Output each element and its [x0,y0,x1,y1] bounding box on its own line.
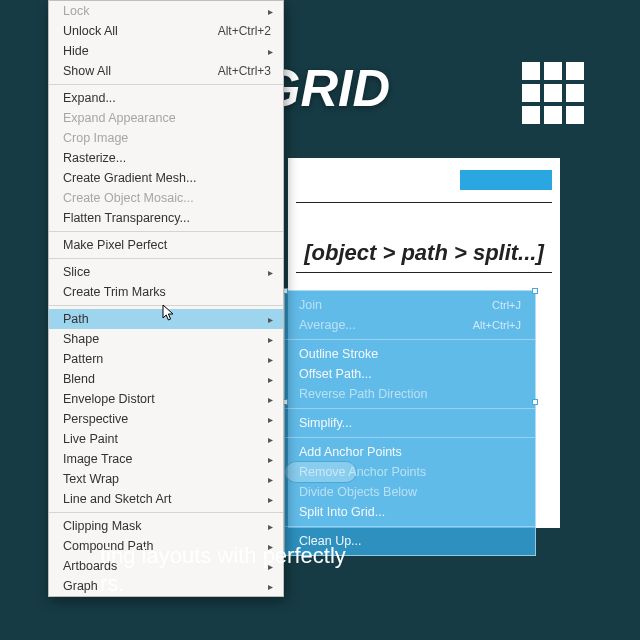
submenu-item-outline-stroke[interactable]: Outline Stroke [285,344,535,364]
submenu-item-label: Join [299,298,492,312]
menu-item-clipping-mask[interactable]: Clipping Mask▸ [49,516,283,536]
submenu-item-join: JoinCtrl+J [285,295,535,315]
chevron-right-icon: ▸ [268,394,273,405]
menu-item-pattern[interactable]: Pattern▸ [49,349,283,369]
submenu-item-label: Divide Objects Below [299,485,521,499]
menu-item-image-trace[interactable]: Image Trace▸ [49,449,283,469]
menu-item-label: Expand Appearance [63,111,271,125]
menu-item-create-gradient-mesh[interactable]: Create Gradient Mesh... [49,168,283,188]
submenu-item-divide-objects-below: Divide Objects Below [285,482,535,502]
chevron-right-icon: ▸ [268,494,273,505]
menu-item-label: Image Trace [63,452,271,466]
menu-item-rasterize[interactable]: Rasterize... [49,148,283,168]
submenu-item-reverse-path-direction: Reverse Path Direction [285,384,535,404]
menu-separator [285,437,535,438]
chevron-right-icon: ▸ [268,334,273,345]
chevron-right-icon: ▸ [268,314,273,325]
artboard-tab [460,170,552,190]
menu-item-label: Pattern [63,352,271,366]
chevron-right-icon: ▸ [268,434,273,445]
menu-separator [285,408,535,409]
menu-item-perspective[interactable]: Perspective▸ [49,409,283,429]
menu-item-text-wrap[interactable]: Text Wrap▸ [49,469,283,489]
menu-separator [49,84,283,85]
menu-item-label: Hide [63,44,271,58]
menu-item-label: Live Paint [63,432,271,446]
menu-item-label: Envelope Distort [63,392,271,406]
chevron-right-icon: ▸ [268,46,273,57]
menu-item-shape[interactable]: Shape▸ [49,329,283,349]
menu-shortcut: Alt+Ctrl+3 [218,64,271,78]
menu-item-label: Perspective [63,412,271,426]
menu-item-label: Expand... [63,91,271,105]
menu-separator [49,512,283,513]
menu-item-unlock-all[interactable]: Unlock AllAlt+Ctrl+2 [49,21,283,41]
chevron-right-icon: ▸ [268,474,273,485]
chevron-right-icon: ▸ [268,454,273,465]
divider [296,202,552,203]
menu-item-live-paint[interactable]: Live Paint▸ [49,429,283,449]
menu-item-label: Create Gradient Mesh... [63,171,271,185]
menu-item-label: Line and Sketch Art [63,492,271,506]
chevron-right-icon: ▸ [268,6,273,17]
menu-item-path[interactable]: Path▸ [49,309,283,329]
menu-separator [49,305,283,306]
menu-item-label: Blend [63,372,271,386]
menu-shortcut: Ctrl+J [492,299,521,311]
menu-separator [285,526,535,527]
menu-item-label: Path [63,312,271,326]
menu-item-create-trim-marks[interactable]: Create Trim Marks [49,282,283,302]
menu-item-create-object-mosaic: Create Object Mosaic... [49,188,283,208]
submenu-item-simplify[interactable]: Simplify... [285,413,535,433]
menu-item-blend[interactable]: Blend▸ [49,369,283,389]
menu-separator [49,258,283,259]
submenu-item-average: Average...Alt+Ctrl+J [285,315,535,335]
breadcrumb: [object > path > split...] [288,240,560,266]
caption: ting layouts with perfectly rs. [100,542,346,598]
menu-separator [285,339,535,340]
submenu-item-label: Outline Stroke [299,347,521,361]
submenu-item-split-into-grid[interactable]: Split Into Grid... [285,502,535,522]
menu-item-label: Shape [63,332,271,346]
chevron-right-icon: ▸ [268,354,273,365]
object-menu: Lock▸Unlock AllAlt+Ctrl+2Hide▸Show AllAl… [48,0,284,597]
submenu-item-label: Remove Anchor Points [299,465,521,479]
submenu-item-label: Split Into Grid... [299,505,521,519]
menu-shortcut: Alt+Ctrl+2 [218,24,271,38]
menu-separator [49,231,283,232]
submenu-item-label: Offset Path... [299,367,521,381]
submenu-item-offset-path[interactable]: Offset Path... [285,364,535,384]
menu-item-expand-appearance: Expand Appearance [49,108,283,128]
menu-item-envelope-distort[interactable]: Envelope Distort▸ [49,389,283,409]
menu-item-label: Show All [63,64,218,78]
menu-item-label: Slice [63,265,271,279]
submenu-item-label: Add Anchor Points [299,445,521,459]
submenu-item-label: Simplify... [299,416,521,430]
menu-item-expand[interactable]: Expand... [49,88,283,108]
grid-icon [522,62,584,124]
menu-shortcut: Alt+Ctrl+J [473,319,521,331]
menu-item-label: Make Pixel Perfect [63,238,271,252]
menu-item-slice[interactable]: Slice▸ [49,262,283,282]
chevron-right-icon: ▸ [268,521,273,532]
menu-item-show-all[interactable]: Show AllAlt+Ctrl+3 [49,61,283,81]
submenu-item-label: Reverse Path Direction [299,387,521,401]
chevron-right-icon: ▸ [268,267,273,278]
submenu-item-label: Average... [299,318,473,332]
selection-handle[interactable] [532,288,538,294]
chevron-right-icon: ▸ [268,374,273,385]
path-submenu: JoinCtrl+JAverage...Alt+Ctrl+JOutline St… [284,290,536,556]
menu-item-line-and-sketch-art[interactable]: Line and Sketch Art▸ [49,489,283,509]
chevron-right-icon: ▸ [268,414,273,425]
menu-item-hide[interactable]: Hide▸ [49,41,283,61]
menu-item-label: Clipping Mask [63,519,271,533]
menu-item-make-pixel-perfect[interactable]: Make Pixel Perfect [49,235,283,255]
menu-item-flatten-transparency[interactable]: Flatten Transparency... [49,208,283,228]
submenu-item-add-anchor-points[interactable]: Add Anchor Points [285,442,535,462]
menu-item-label: Crop Image [63,131,271,145]
submenu-item-remove-anchor-points: Remove Anchor Points [285,462,535,482]
menu-item-label: Lock [63,4,271,18]
divider [296,272,552,273]
menu-item-lock: Lock▸ [49,1,283,21]
menu-item-label: Rasterize... [63,151,271,165]
